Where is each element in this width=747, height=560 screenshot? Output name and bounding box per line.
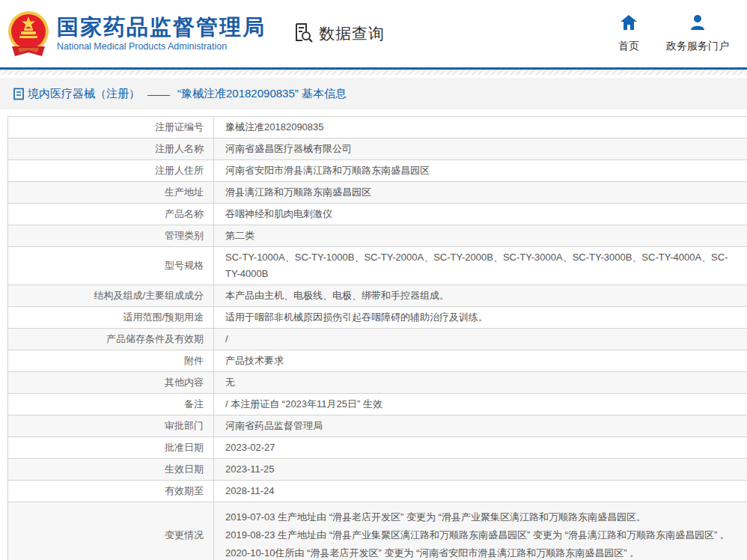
nav-home[interactable]: 首页	[618, 14, 639, 53]
row-value: 河南省药品监督管理局	[214, 416, 747, 436]
table-row: 备注/ 本注册证自 “2023年11月25日” 生效	[8, 394, 747, 416]
row-value: 本产品由主机、电极线、电极、绑带和手控器组成。	[214, 285, 747, 306]
row-value: 豫械注准20182090835	[214, 117, 747, 138]
row-label: 适用范围/预期用途	[8, 307, 214, 328]
breadcrumb-dash: ——	[147, 88, 170, 100]
row-label: 产品储存条件及有效期	[8, 329, 214, 350]
row-value: 河南省安阳市滑县漓江路和万顺路东南盛昌园区	[214, 160, 747, 181]
row-label: 批准日期	[8, 437, 214, 458]
home-icon	[620, 14, 638, 34]
row-label: 注册人名称	[8, 139, 214, 159]
row-label: 注册证编号	[8, 117, 214, 138]
row-label: 生产地址	[8, 182, 214, 203]
nav-gov-portal-label: 政务服务门户	[666, 40, 729, 53]
table-row: 结构及组成/主要组成成分本产品由主机、电极线、电极、绑带和手控器组成。	[8, 285, 747, 307]
table-row: 注册人名称河南省盛昌医疗器械有限公司	[8, 139, 747, 160]
row-label: 其他内容	[8, 372, 214, 393]
hatched-band	[0, 70, 747, 75]
row-label: 型号规格	[8, 247, 214, 284]
data-query-icon	[293, 22, 314, 46]
table-row: 其他内容无	[8, 372, 747, 394]
nav-gov-portal[interactable]: 政务服务门户	[666, 14, 729, 53]
row-value: 2028-11-24	[214, 481, 747, 502]
table-row: 型号规格SC-TY-1000A、SC-TY-1000B、SC-TY-2000A、…	[8, 247, 747, 285]
row-label: 管理类别	[8, 225, 214, 246]
row-value: 滑县漓江路和万顺路东南盛昌园区	[214, 182, 747, 203]
table-row: 审批部门河南省药品监督管理局	[8, 416, 747, 437]
registration-info-table: 注册证编号豫械注准20182090835 注册人名称河南省盛昌医疗器械有限公司 …	[7, 116, 747, 560]
table-row: 注册人住所河南省安阳市滑县漓江路和万顺路东南盛昌园区	[8, 160, 747, 182]
table-row: 管理类别第二类	[8, 225, 747, 247]
table-row: 适用范围/预期用途适用于咽部非机械原因损伤引起吞咽障碍的辅助治疗及训练。	[8, 307, 747, 329]
row-value: /	[214, 329, 747, 350]
row-label: 变更情况	[8, 502, 214, 560]
row-label: 生效日期	[8, 459, 214, 480]
org-name-zh: 国家药品监督管理局	[57, 16, 266, 40]
breadcrumb-category[interactable]: 境内医疗器械（注册）	[28, 87, 140, 101]
row-label: 附件	[8, 350, 214, 371]
row-label: 审批部门	[8, 416, 214, 436]
breadcrumb: 境内医疗器械（注册） —— “豫械注准20182090835” 基本信息	[0, 78, 747, 109]
row-label: 有效期至	[8, 481, 214, 502]
row-label: 产品名称	[8, 204, 214, 225]
row-value: 吞咽神经和肌肉电刺激仪	[214, 204, 747, 225]
org-title-block: 国家药品监督管理局 National Medical Products Admi…	[57, 16, 266, 52]
row-label: 结构及组成/主要组成成分	[8, 285, 214, 306]
table-row: 有效期至2028-11-24	[8, 481, 747, 502]
user-icon	[689, 14, 707, 34]
table-row-change-history: 变更情况 2019-07-03 生产地址由 “滑县老店开发区” 变更为 “滑县产…	[8, 502, 747, 560]
row-value: 第二类	[214, 225, 747, 246]
row-value: 产品技术要求	[214, 350, 747, 371]
site-header: 国家药品监督管理局 National Medical Products Admi…	[0, 0, 747, 67]
table-row: 产品名称吞咽神经和肌肉电刺激仪	[8, 204, 747, 225]
table-row: 附件产品技术要求	[8, 350, 747, 372]
row-value: 无	[214, 372, 747, 393]
table-row: 注册证编号豫械注准20182090835	[8, 117, 747, 139]
document-icon	[13, 88, 25, 100]
row-label: 注册人住所	[8, 160, 214, 181]
row-value: 河南省盛昌医疗器械有限公司	[214, 139, 747, 159]
row-value: 2023-02-27	[214, 437, 747, 458]
org-name-en: National Medical Products Administration	[57, 41, 266, 52]
row-value: 2019-07-03 生产地址由 “滑县老店开发区” 变更为 “滑县产业聚集区漓…	[214, 502, 747, 560]
table-row: 生效日期2023-11-25	[8, 459, 747, 481]
nav-home-label: 首页	[618, 40, 639, 53]
table-row: 生产地址滑县漓江路和万顺路东南盛昌园区	[8, 182, 747, 204]
row-value: 适用于咽部非机械原因损伤引起吞咽障碍的辅助治疗及训练。	[214, 307, 747, 328]
table-row: 产品储存条件及有效期/	[8, 329, 747, 350]
data-query-label: 数据查询	[319, 23, 385, 44]
table-row: 批准日期2023-02-27	[8, 437, 747, 459]
row-value: SC-TY-1000A、SC-TY-1000B、SC-TY-2000A、SC-T…	[214, 247, 747, 284]
row-value: / 本注册证自 “2023年11月25日” 生效	[214, 394, 747, 415]
national-emblem-logo	[4, 9, 52, 58]
header-nav: 首页 政务服务门户	[618, 14, 729, 53]
page-title: “豫械注准20182090835” 基本信息	[177, 87, 347, 101]
row-label: 备注	[8, 394, 214, 415]
row-value: 2023-11-25	[214, 459, 747, 480]
data-query-section: 数据查询	[293, 22, 385, 46]
